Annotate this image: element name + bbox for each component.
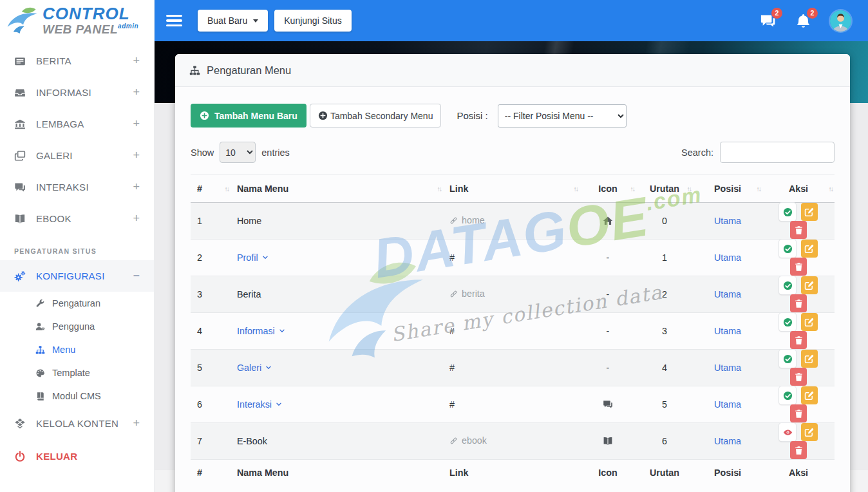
icon-dash: -	[580, 240, 636, 276]
main-area: Buat Baru Kunjungi Situs 2 2	[155, 0, 868, 492]
tambah-secondary-menu-button[interactable]: Tambah Secondary Menu	[310, 104, 442, 128]
sidebar-item-galeri[interactable]: GALERI +	[0, 140, 154, 171]
chevron-down-icon	[262, 254, 269, 261]
sidebar-subitem-modul-cms[interactable]: Modul CMS	[0, 384, 154, 408]
collapse-minus-icon: −	[133, 269, 140, 283]
edit-button[interactable]	[801, 240, 818, 258]
col-header-urutan[interactable]: Urutan↑↓	[636, 175, 693, 203]
plus-circle-icon	[200, 111, 209, 120]
menu-name-dropdown[interactable]: Profil	[237, 252, 269, 263]
menu-name: Berita	[237, 289, 261, 299]
delete-button[interactable]	[790, 331, 807, 349]
brand-line2: WEB PANEL	[42, 23, 118, 36]
trash-icon	[794, 409, 804, 419]
icon-dash: -	[580, 313, 636, 350]
menu-table: #↑↓ Nama Menu↑↓ Link↑↓ Icon↑↓ Urutan↑↓ P…	[191, 175, 835, 486]
edit-button[interactable]	[801, 313, 818, 331]
delete-button[interactable]	[790, 221, 807, 239]
posisi-link[interactable]: Utama	[714, 363, 741, 373]
col-header-posisi[interactable]: Posisi↑↓	[693, 175, 762, 203]
menu-link[interactable]: home	[449, 215, 485, 225]
delete-button[interactable]	[790, 404, 807, 422]
sidebar-subitem-template[interactable]: Template	[0, 361, 154, 384]
posisi-link[interactable]: Utama	[714, 326, 741, 336]
newspaper-icon	[14, 55, 26, 67]
status-active-button[interactable]	[779, 386, 796, 404]
menu-link[interactable]: berita	[449, 289, 485, 299]
kunjungi-situs-button[interactable]: Kunjungi Situs	[274, 10, 352, 32]
menu-name-dropdown[interactable]: Informasi	[237, 326, 285, 336]
status-active-button[interactable]	[779, 203, 796, 221]
notifications-button[interactable]: 2	[795, 13, 811, 29]
posisi-link[interactable]: Utama	[714, 252, 741, 263]
status-active-button[interactable]	[779, 313, 796, 331]
delete-button[interactable]	[790, 294, 807, 312]
book-icon	[35, 392, 45, 401]
posisi-link[interactable]: Utama	[714, 436, 741, 446]
brand-logo[interactable]: CONTROL WEB PANELadmin	[0, 0, 154, 41]
check-circle-icon	[783, 281, 793, 290]
edit-icon	[804, 428, 814, 437]
comments-icon	[14, 182, 26, 193]
edit-button[interactable]	[801, 203, 818, 221]
tambah-menu-baru-button[interactable]: Tambah Menu Baru	[191, 104, 307, 128]
sidebar-item-konfigurasi[interactable]: KONFIGURASI −	[0, 260, 154, 292]
row-number: 7	[191, 423, 231, 460]
search-input[interactable]	[720, 142, 835, 163]
menu-name-dropdown[interactable]: Interaksi	[237, 399, 282, 410]
status-active-button[interactable]	[779, 240, 796, 258]
sidebar-item-kelola-konten[interactable]: KELOLA KONTEN +	[0, 408, 154, 439]
sidebar-item-keluar[interactable]: KELUAR	[0, 440, 154, 472]
posisi-link[interactable]: Utama	[714, 289, 741, 299]
sort-icon: ↑↓	[829, 185, 833, 193]
status-hidden-button[interactable]	[779, 423, 796, 441]
col-header-num[interactable]: #↑↓	[191, 175, 231, 203]
menu-name-dropdown[interactable]: Galeri	[237, 363, 272, 373]
icon-dash: -	[580, 350, 636, 386]
messages-button[interactable]: 2	[760, 13, 776, 29]
col-header-aksi[interactable]: Aksi↑↓	[762, 175, 835, 203]
folder-copy-icon	[14, 150, 26, 162]
trash-icon	[794, 262, 804, 272]
posisi-link[interactable]: Utama	[714, 399, 741, 410]
col-header-link[interactable]: Link↑↓	[443, 175, 580, 203]
edit-button[interactable]	[801, 386, 818, 404]
pengaturan-menu-panel: Pengaturan Menu Tambah Menu Baru Tambah …	[175, 54, 850, 492]
user-avatar[interactable]	[830, 10, 851, 32]
delete-button[interactable]	[790, 441, 807, 459]
link-icon	[449, 290, 458, 298]
col-header-nama-menu[interactable]: Nama Menu↑↓	[231, 175, 443, 203]
sidebar-item-berita[interactable]: BERITA +	[0, 45, 154, 77]
edit-button[interactable]	[801, 423, 818, 441]
sidebar-subitem-menu[interactable]: Menu	[0, 338, 154, 361]
posisi-link[interactable]: Utama	[714, 216, 741, 226]
sidebar-item-ebook[interactable]: EBOOK +	[0, 203, 154, 234]
delete-button[interactable]	[790, 258, 807, 276]
sidebar-item-informasi[interactable]: INFORMASI +	[0, 77, 154, 108]
sidebar-subitem-pengaturan[interactable]: Pengaturan	[0, 292, 154, 315]
edit-icon	[804, 317, 814, 327]
sort-icon: ↑↓	[687, 185, 692, 193]
show-label: Show	[191, 147, 214, 158]
status-active-button[interactable]	[779, 276, 796, 294]
sidebar-item-lembaga[interactable]: LEMBAGA +	[0, 108, 154, 140]
menu-link[interactable]: ebook	[449, 435, 487, 446]
notifications-badge: 2	[807, 8, 818, 19]
hamburger-menu-icon[interactable]	[166, 15, 182, 27]
col-header-icon[interactable]: Icon↑↓	[580, 175, 636, 203]
avatar-image	[830, 10, 851, 32]
page-length-select[interactable]: 10	[220, 142, 256, 163]
sidebar-item-interaksi[interactable]: INTERAKSI +	[0, 171, 154, 203]
edit-button[interactable]	[801, 350, 818, 368]
delete-button[interactable]	[790, 368, 807, 386]
filter-posisi-select[interactable]: -- Filter Posisi Menu --	[498, 104, 627, 128]
bird-logo-icon	[6, 6, 40, 35]
buat-baru-button[interactable]: Buat Baru	[198, 10, 268, 32]
edit-button[interactable]	[801, 276, 818, 294]
check-circle-icon	[783, 391, 793, 401]
chevron-down-icon	[276, 401, 282, 408]
trash-icon	[794, 372, 804, 382]
status-active-button[interactable]	[779, 350, 796, 368]
trash-icon	[794, 225, 804, 235]
sidebar-subitem-pengguna[interactable]: Pengguna	[0, 315, 154, 338]
